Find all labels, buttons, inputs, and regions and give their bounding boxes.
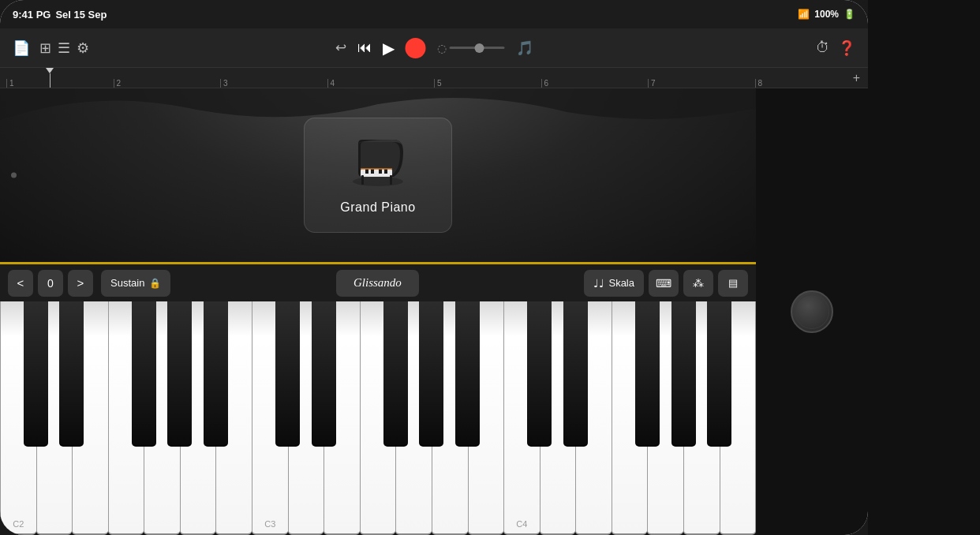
rewind-icon[interactable]: ⏮ (357, 39, 372, 56)
svg-rect-3 (371, 169, 374, 174)
instrument-card[interactable]: Grand Piano (304, 118, 451, 233)
svg-rect-4 (379, 169, 382, 174)
volume-icon: ◌ (437, 42, 447, 54)
record-button[interactable] (406, 38, 426, 58)
timeline-ruler: 1 2 3 4 5 6 7 8 + (0, 68, 868, 88)
device-frame: 9:41 PG Sel 15 Sep 📶 100% 🔋 📄 ⊞ ☰ ⚙ ↩ ⏮ … (0, 0, 868, 535)
home-button[interactable] (791, 290, 833, 333)
black-key[interactable] (312, 301, 336, 447)
help-icon[interactable]: ❓ (838, 39, 855, 57)
toolbar-right: ⏱ ❓ (816, 39, 855, 57)
toolbar-center: ↩ ⏮ ▶ ◌ 🎵 (335, 38, 533, 58)
black-key[interactable] (167, 301, 192, 447)
ruler-mark-2: 2 (114, 79, 221, 88)
black-key[interactable] (563, 301, 588, 447)
svg-point-0 (353, 177, 403, 186)
black-key[interactable] (24, 301, 48, 447)
ruler-mark-4: 4 (327, 79, 435, 88)
svg-rect-5 (384, 169, 387, 174)
play-icon[interactable]: ▶ (383, 39, 395, 58)
main-content-row: Grand Piano < 0 > Sustain 🔒 (0, 88, 868, 535)
ruler-marks: 1 2 3 4 5 6 7 8 (6, 68, 862, 88)
ruler-mark-6: 6 (541, 79, 649, 88)
black-key[interactable] (527, 301, 552, 447)
undo-icon[interactable]: ↩ (335, 39, 346, 56)
right-panel (756, 88, 868, 535)
playhead-arrow (46, 68, 54, 73)
key-note-label: C2 (13, 519, 24, 529)
key-note-label: C3 (264, 519, 275, 529)
tracks-icon[interactable]: ⊞ (39, 39, 51, 57)
ruler-mark-1: 1 (6, 79, 114, 88)
side-panel (868, 0, 980, 535)
glissando-label: Glissando (353, 276, 402, 290)
ruler-mark-8: 8 (755, 79, 862, 88)
wifi-icon: 📶 (798, 9, 810, 20)
status-date: Sel 15 Sep (55, 9, 107, 21)
scale-notes-icon: ♩♩ (593, 277, 604, 290)
battery-icon: 🔋 (843, 9, 855, 20)
keyboard-view-button[interactable]: ⌨ (649, 270, 679, 297)
volume-slider[interactable] (450, 47, 505, 49)
status-bar: 9:41 PG Sel 15 Sep 📶 100% 🔋 (0, 0, 868, 28)
black-key[interactable] (132, 301, 156, 447)
volume-thumb (475, 43, 484, 53)
skala-button[interactable]: ♩♩ Skala (584, 270, 644, 297)
volume-control: ◌ (437, 42, 505, 54)
black-key[interactable] (204, 301, 228, 447)
svg-rect-7 (361, 175, 364, 185)
battery-text: 100% (814, 9, 839, 20)
black-key[interactable] (707, 301, 731, 447)
svg-rect-2 (365, 169, 368, 174)
black-key[interactable] (635, 301, 660, 447)
home-button-ring (795, 294, 829, 329)
app-column: Grand Piano < 0 > Sustain 🔒 (0, 88, 756, 535)
status-time: 9:41 PG (13, 9, 50, 21)
instrument-track-area: Grand Piano (0, 88, 756, 262)
piano-keyboard: C2C3C4 (0, 301, 756, 535)
controls-strip: < 0 > Sustain 🔒 Glissando (0, 262, 756, 301)
toolbar-left: 📄 ⊞ ☰ ⚙ (13, 39, 89, 57)
black-key[interactable] (671, 301, 696, 447)
chord-button[interactable]: ⁂ (683, 270, 713, 297)
sustain-label: Sustain (110, 277, 144, 289)
octave-prev-button[interactable]: < (8, 270, 33, 297)
toolbar: 📄 ⊞ ☰ ⚙ ↩ ⏮ ▶ ◌ 🎵 ⏱ ❓ (0, 28, 868, 68)
piano-keys-row: C2C3C4 (0, 301, 756, 535)
bottom-section: < 0 > Sustain 🔒 Glissando (0, 262, 756, 535)
playhead-line (50, 73, 50, 88)
add-section-button[interactable]: + (853, 71, 860, 85)
svg-rect-8 (390, 175, 392, 185)
black-key[interactable] (59, 301, 84, 447)
ruler-numbers: 1 2 3 4 5 6 7 8 (6, 75, 862, 88)
instrument-name: Grand Piano (340, 200, 415, 215)
clock-icon[interactable]: ⏱ (816, 39, 830, 56)
ruler-mark-3: 3 (220, 79, 327, 88)
black-key[interactable] (383, 301, 408, 447)
black-key[interactable] (275, 301, 300, 447)
black-key[interactable] (455, 301, 480, 447)
glissando-button[interactable]: Glissando (336, 270, 419, 297)
status-left: 9:41 PG Sel 15 Sep (13, 9, 107, 21)
wave-decoration (0, 88, 756, 128)
skala-label: Skala (608, 277, 634, 289)
playhead (46, 68, 54, 88)
settings-icon[interactable]: ⚙ (77, 39, 89, 57)
key-note-label: C4 (516, 519, 527, 529)
left-indicator-dot (11, 173, 17, 178)
black-key[interactable] (419, 301, 443, 447)
status-right: 📶 100% 🔋 (798, 9, 855, 20)
ruler-mark-5: 5 (434, 79, 541, 88)
octave-next-button[interactable]: > (68, 270, 93, 297)
new-song-icon[interactable]: 📄 (13, 39, 30, 57)
arp-button[interactable]: ▤ (718, 270, 748, 297)
mixer-icon[interactable]: ☰ (58, 39, 70, 57)
metronome-icon[interactable]: 🎵 (516, 39, 533, 57)
piano-illustration (346, 136, 410, 189)
sustain-button[interactable]: Sustain 🔒 (101, 270, 170, 297)
octave-value: 0 (38, 270, 63, 297)
lock-icon: 🔒 (149, 278, 161, 289)
ruler-mark-7: 7 (648, 79, 755, 88)
